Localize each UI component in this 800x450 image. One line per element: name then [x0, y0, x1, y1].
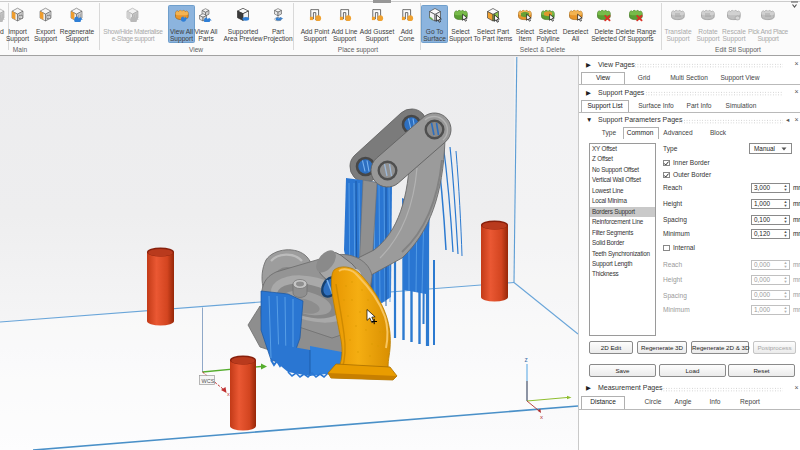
svg-text:x: x [227, 391, 230, 397]
svg-text:WCS: WCS [202, 378, 215, 384]
svg-text:x: x [540, 414, 543, 420]
svg-text:z: z [525, 356, 528, 363]
